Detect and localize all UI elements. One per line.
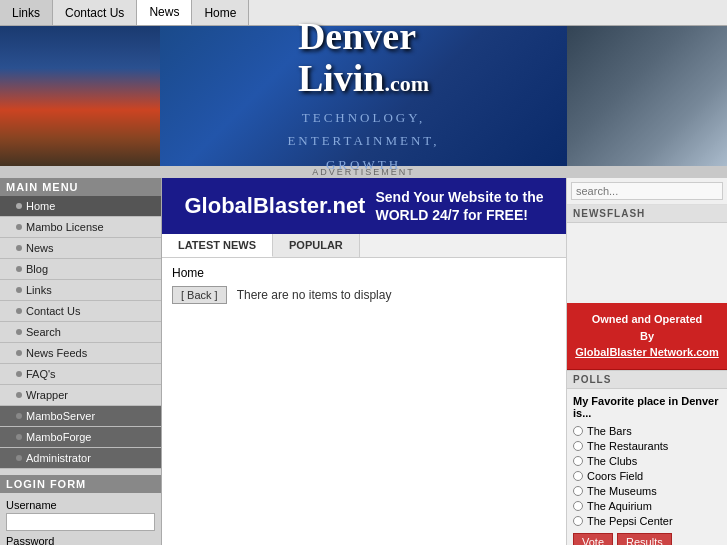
poll-option-museums[interactable]: The Museums	[573, 485, 721, 497]
nav-news[interactable]: News	[137, 0, 192, 25]
poll-radio-museums[interactable]	[573, 486, 583, 496]
bullet-icon	[16, 224, 22, 230]
back-row: [ Back ] There are no items to display	[172, 286, 556, 304]
content-inner: Home [ Back ] There are no items to disp…	[162, 258, 566, 312]
back-button[interactable]: [ Back ]	[172, 286, 227, 304]
header-right-image	[567, 26, 727, 166]
owned-by-section: Owned and Operated By GlobalBlaster Netw…	[567, 303, 727, 370]
newsflash-content	[567, 223, 727, 303]
vote-button[interactable]: Vote	[573, 533, 613, 546]
login-form: Username Password	[0, 493, 161, 545]
sidebar-item-news[interactable]: News	[0, 238, 161, 259]
news-tabs: LATEST NEWS POPULAR	[162, 234, 566, 258]
bullet-icon	[16, 329, 22, 335]
sidebar-item-mamboforge[interactable]: MamboForge	[0, 427, 161, 448]
poll-option-coors-field[interactable]: Coors Field	[573, 470, 721, 482]
bullet-icon	[16, 203, 22, 209]
poll-option-clubs[interactable]: The Clubs	[573, 455, 721, 467]
polls-content: My Favorite place in Denver is... The Ba…	[567, 389, 727, 546]
polls-section: POLLS My Favorite place in Denver is... …	[567, 370, 727, 546]
tab-latest-news[interactable]: LATEST NEWS	[162, 234, 273, 257]
poll-option-bars[interactable]: The Bars	[573, 425, 721, 437]
poll-label-pepsi-center: The Pepsi Center	[587, 515, 673, 527]
username-label: Username	[6, 499, 155, 511]
sidebar-item-mambo-license[interactable]: Mambo License	[0, 217, 161, 238]
tab-popular[interactable]: POPULAR	[273, 234, 360, 257]
poll-option-aquirium[interactable]: The Aquirium	[573, 500, 721, 512]
sidebar-item-home[interactable]: Home	[0, 196, 161, 217]
sidebar-item-wrapper[interactable]: Wrapper	[0, 385, 161, 406]
results-button[interactable]: Results	[617, 533, 672, 546]
site-subtitle: Technology, Entertainment, Growth	[287, 106, 439, 176]
newsflash-header: NEWSFLASH	[567, 205, 727, 223]
poll-label-restaurants: The Restaurants	[587, 440, 668, 452]
header-left-image	[0, 26, 160, 166]
poll-option-restaurants[interactable]: The Restaurants	[573, 440, 721, 452]
username-input[interactable]	[6, 513, 155, 531]
password-label: Password	[6, 535, 155, 545]
login-form-header: LOGIN FORM	[0, 475, 161, 493]
right-sidebar: NEWSFLASH Owned and Operated By GlobalBl…	[567, 178, 727, 545]
nav-home[interactable]: Home	[192, 0, 249, 25]
bullet-icon	[16, 392, 22, 398]
search-input[interactable]	[571, 182, 723, 200]
poll-label-clubs: The Clubs	[587, 455, 637, 467]
sidebar-item-search[interactable]: Search	[0, 322, 161, 343]
polls-question: My Favorite place in Denver is...	[573, 395, 721, 419]
poll-option-pepsi-center[interactable]: The Pepsi Center	[573, 515, 721, 527]
search-box	[567, 178, 727, 205]
globalblaster-logo: GlobalBlaster.net	[185, 193, 366, 219]
no-items-text: There are no items to display	[237, 286, 392, 302]
nav-contact-us[interactable]: Contact Us	[53, 0, 137, 25]
main-layout: MAIN MENU Home Mambo License News Blog L…	[0, 178, 727, 545]
bullet-icon	[16, 413, 22, 419]
advertisement-bar: ADVERTISEMENT	[0, 166, 727, 178]
poll-radio-pepsi-center[interactable]	[573, 516, 583, 526]
sidebar-item-blog[interactable]: Blog	[0, 259, 161, 280]
sidebar-item-faqs[interactable]: FAQ's	[0, 364, 161, 385]
bullet-icon	[16, 350, 22, 356]
poll-label-aquirium: The Aquirium	[587, 500, 652, 512]
polls-header: POLLS	[567, 370, 727, 389]
site-title: Denver Livin.com	[298, 16, 429, 100]
breadcrumb: Home	[172, 266, 556, 280]
poll-label-museums: The Museums	[587, 485, 657, 497]
poll-radio-restaurants[interactable]	[573, 441, 583, 451]
bullet-icon	[16, 287, 22, 293]
poll-radio-bars[interactable]	[573, 426, 583, 436]
sidebar-item-administrator[interactable]: Administrator	[0, 448, 161, 469]
bullet-icon	[16, 434, 22, 440]
poll-label-coors-field: Coors Field	[587, 470, 643, 482]
globalblaster-text: Send Your Website to the WORLD 24/7 for …	[375, 188, 543, 224]
main-menu-header: MAIN MENU	[0, 178, 161, 196]
poll-radio-coors-field[interactable]	[573, 471, 583, 481]
sidebar-item-contact-us[interactable]: Contact Us	[0, 301, 161, 322]
sidebar-item-mamboserver[interactable]: MamboServer	[0, 406, 161, 427]
content-area: GlobalBlaster.net Send Your Website to t…	[162, 178, 567, 545]
globalblaster-ad[interactable]: GlobalBlaster.net Send Your Website to t…	[162, 178, 566, 234]
bullet-icon	[16, 371, 22, 377]
sidebar: MAIN MENU Home Mambo License News Blog L…	[0, 178, 162, 545]
poll-radio-clubs[interactable]	[573, 456, 583, 466]
bullet-icon	[16, 266, 22, 272]
bullet-icon	[16, 245, 22, 251]
sidebar-item-links[interactable]: Links	[0, 280, 161, 301]
poll-radio-aquirium[interactable]	[573, 501, 583, 511]
bullet-icon	[16, 308, 22, 314]
sidebar-item-news-feeds[interactable]: News Feeds	[0, 343, 161, 364]
bullet-icon	[16, 455, 22, 461]
globalblaster-network-link[interactable]: GlobalBlaster Network.com	[575, 346, 719, 358]
header-center-title: Denver Livin.com Technology, Entertainme…	[160, 26, 567, 166]
poll-buttons: Vote Results	[573, 533, 721, 546]
nav-links[interactable]: Links	[0, 0, 53, 25]
header-banner: Denver Livin.com Technology, Entertainme…	[0, 26, 727, 166]
poll-label-bars: The Bars	[587, 425, 632, 437]
